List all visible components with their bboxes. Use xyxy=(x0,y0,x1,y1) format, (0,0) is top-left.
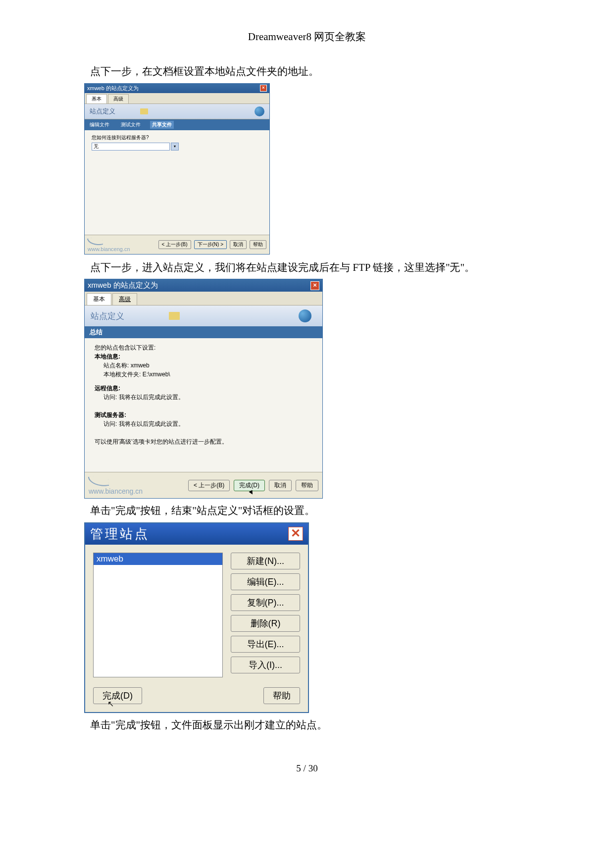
dialog1-titlebar: xmweb 的站点定义为 × xyxy=(85,84,269,93)
dialog2-heading-bar: 站点定义 xyxy=(85,306,322,326)
next-button[interactable]: 下一步(N) > xyxy=(194,240,227,249)
dialog1-tabs: 基本 高级 xyxy=(85,93,269,104)
tab-advanced[interactable]: 高级 xyxy=(108,94,129,103)
remote-access: 访问: 我将在以后完成此设置。 xyxy=(95,393,312,402)
dialog1-title-text: xmweb 的站点定义为 xyxy=(87,85,139,92)
import-button[interactable]: 导入(I)... xyxy=(231,657,300,673)
dialog1-heading: 站点定义 xyxy=(90,107,115,116)
local-site-name: 站点名称: xmweb xyxy=(95,361,312,370)
list-item[interactable]: xmweb xyxy=(94,553,222,565)
globe-icon xyxy=(299,309,311,322)
folder-icon xyxy=(169,312,180,320)
dialog2-tabs: 基本 高级 xyxy=(85,292,322,306)
watermark: www.bianceng.cn xyxy=(88,237,130,252)
done-button[interactable]: 完成(D) xyxy=(234,480,265,491)
dialog1-heading-bar: 站点定义 xyxy=(85,104,269,119)
advanced-tip: 可以使用'高级'选项卡对您的站点进行进一步配置。 xyxy=(95,437,312,446)
remote-info-label: 远程信息: xyxy=(95,384,312,393)
delete-button[interactable]: 删除(R) xyxy=(231,615,300,632)
close-icon[interactable]: × xyxy=(260,85,267,92)
test-server-group: 测试服务器: 访问: 我将在以后完成此设置。 xyxy=(95,410,312,428)
folder-icon xyxy=(140,108,148,114)
dialog1-subtabs: 编辑文件 测试文件 共享文件 xyxy=(85,119,269,130)
paragraph-1: 点下一步，在文档框设置本地站点文件夹的地址。 xyxy=(69,63,545,80)
copy-button[interactable]: 复制(P)... xyxy=(231,594,300,611)
dialog3-button-column: 新建(N)... 编辑(E)... 复制(P)... 删除(R) 导出(E)..… xyxy=(231,553,300,677)
subtab-edit-files[interactable]: 编辑文件 xyxy=(88,121,111,129)
remote-info-group: 远程信息: 访问: 我将在以后完成此设置。 xyxy=(95,384,312,402)
cancel-button[interactable]: 取消 xyxy=(269,480,292,491)
dialog3-body: xmweb 新建(N)... 编辑(E)... 复制(P)... 删除(R) 导… xyxy=(85,545,308,685)
edit-button[interactable]: 编辑(E)... xyxy=(231,573,300,590)
page-number: 5 / 30 xyxy=(69,763,545,774)
site-definition-dialog-2: xmweb 的站点定义为 × 基本 高级 站点定义 总结 您的站点包含以下设置:… xyxy=(84,279,323,499)
page-header: Dreamweaver8 网页全教案 xyxy=(69,30,545,44)
export-button[interactable]: 导出(E)... xyxy=(231,636,300,653)
tab-basic[interactable]: 基本 xyxy=(86,94,107,103)
subtab-share-files[interactable]: 共享文件 xyxy=(150,121,174,129)
dialog2-body: 您的站点包含以下设置: 本地信息: 站点名称: xmweb 本地根文件夹: E:… xyxy=(85,338,322,472)
site-definition-dialog-1: xmweb 的站点定义为 × 基本 高级 站点定义 编辑文件 测试文件 共享文件… xyxy=(84,83,270,255)
close-icon[interactable]: ✕ xyxy=(288,527,303,541)
help-button[interactable]: 帮助 xyxy=(263,687,300,704)
help-button[interactable]: 帮助 xyxy=(250,240,266,249)
dialog1-footer: www.bianceng.cn < 上一步(B) 下一步(N) > 取消 帮助 xyxy=(85,235,269,254)
dialog2-title-text: xmweb 的站点定义为 xyxy=(88,281,158,290)
dialog3-footer: 完成(D) ↖ 帮助 xyxy=(85,685,308,712)
dialog2-footer: www.bianceng.cn < 上一步(B) 完成(D) 取消 帮助 xyxy=(85,472,322,498)
tab-basic[interactable]: 基本 xyxy=(87,293,111,305)
cancel-button[interactable]: 取消 xyxy=(230,240,247,249)
swoosh-icon xyxy=(88,474,109,489)
tab-advanced[interactable]: 高级 xyxy=(112,293,137,305)
connect-question: 您如何连接到远程服务器? xyxy=(92,134,262,141)
summary-intro: 您的站点包含以下设置: xyxy=(95,343,312,352)
prev-button[interactable]: < 上一步(B) xyxy=(158,240,191,249)
select-value: 无 xyxy=(92,143,170,151)
paragraph-4: 单击"完成"按钮，文件面板显示出刚才建立的站点。 xyxy=(69,717,545,734)
sites-list[interactable]: xmweb xyxy=(93,553,223,677)
dialog3-titlebar: 管理站点 ✕ xyxy=(85,523,308,545)
paragraph-2: 点下一步，进入站点定义，我们将在站点建设完成后在与 FTP 链接，这里选择"无"… xyxy=(69,259,545,276)
new-button[interactable]: 新建(N)... xyxy=(231,553,300,569)
done-button[interactable]: 完成(D) ↖ xyxy=(93,687,142,704)
help-button[interactable]: 帮助 xyxy=(296,480,318,491)
local-info-group: 本地信息: 站点名称: xmweb 本地根文件夹: E:\xmweb\ xyxy=(95,352,312,379)
dialog3-title-text: 管理站点 xyxy=(90,525,150,543)
dialog1-body: 您如何连接到远程服务器? 无 ▾ xyxy=(85,130,269,235)
globe-icon xyxy=(255,106,264,116)
test-server-label: 测试服务器: xyxy=(95,410,312,419)
summary-section-header: 总结 xyxy=(85,326,322,338)
local-root-folder: 本地根文件夹: E:\xmweb\ xyxy=(95,370,312,379)
prev-button[interactable]: < 上一步(B) xyxy=(188,480,230,491)
close-icon[interactable]: × xyxy=(310,281,319,290)
dialog2-heading: 站点定义 xyxy=(91,310,124,322)
watermark: www.bianceng.cn xyxy=(89,475,143,495)
dialog2-titlebar: xmweb 的站点定义为 × xyxy=(85,279,322,292)
chevron-down-icon[interactable]: ▾ xyxy=(171,143,179,151)
paragraph-3: 单击"完成"按钮，结束"站点定义"对话框的设置。 xyxy=(69,503,545,519)
subtab-test-files[interactable]: 测试文件 xyxy=(119,121,143,129)
cursor-icon: ↖ xyxy=(107,699,114,709)
local-info-label: 本地信息: xyxy=(95,352,312,361)
manage-sites-dialog: 管理站点 ✕ xmweb 新建(N)... 编辑(E)... 复制(P)... … xyxy=(84,522,309,713)
test-server-access: 访问: 我将在以后完成此设置。 xyxy=(95,419,312,428)
connection-select[interactable]: 无 ▾ xyxy=(92,143,262,151)
